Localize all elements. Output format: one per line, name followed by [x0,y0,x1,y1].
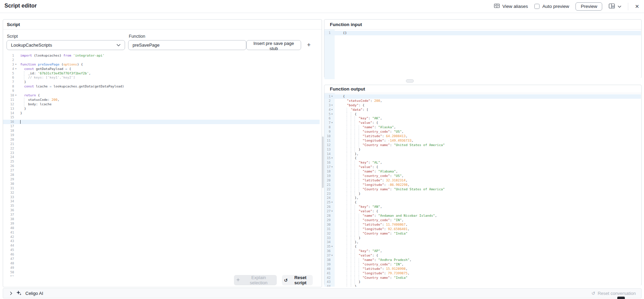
code-line[interactable]: 21"longitude": -86.902298, [324,183,641,187]
script-code-editor[interactable]: 1import {lookupcaches} from 'integrator-… [3,53,320,276]
code-line[interactable]: 3▾"body": { [324,103,641,108]
code-line[interactable]: 23} [324,192,641,196]
code-line[interactable]: 15 [3,115,320,120]
code-line[interactable]: 29"country_code": "IN", [324,218,641,223]
code-line[interactable]: 9"country_code": "US", [324,130,641,134]
code-line[interactable]: 33} [324,236,641,240]
code-line[interactable]: 8const lcache = lookupcaches.getData(get… [3,84,320,89]
fold-toggle-icon[interactable]: ▾ [331,156,333,160]
code-line[interactable]: 12"Country name": "United States of Amer… [324,143,641,147]
preview-button[interactable]: Preview [575,2,602,11]
fold-toggle-icon[interactable]: ▾ [331,253,333,258]
code-line[interactable]: 36"key": "AP", [324,249,641,253]
code-line[interactable]: 27▾"value": { [324,209,641,214]
code-line[interactable]: 32"Country name": "India" [324,231,641,236]
code-line[interactable]: 14} [3,111,320,116]
code-line[interactable]: 48 [3,261,320,266]
code-line[interactable]: 49 [3,266,320,270]
reset-conversation-button[interactable]: ↺ Reset conversation [592,291,641,296]
code-line[interactable]: 7▾"value": { [324,121,641,125]
code-line[interactable]: 9 [3,89,320,93]
function-input[interactable]: preSavePage [128,40,246,50]
pane-resize-handle-horizontal[interactable] [406,79,414,83]
fold-toggle-icon[interactable]: ▾ [331,244,333,249]
code-line[interactable]: 40"latitude": 15.9128998, [324,267,641,271]
code-line[interactable]: 44}, [324,284,641,287]
code-line[interactable]: 16 [3,120,320,124]
fold-toggle-icon[interactable]: ▾ [331,200,333,205]
code-line[interactable]: 30 [3,182,320,186]
code-line[interactable]: 4▾const getDataPayload = { [3,67,320,71]
code-line[interactable]: 39"country_code": "IN", [324,262,641,267]
code-line[interactable]: 18 [3,129,320,133]
code-line[interactable]: 13} [324,147,641,152]
code-line[interactable]: 35 [3,204,320,208]
code-line[interactable]: 19 [3,133,320,137]
layout-toggle[interactable] [609,3,621,10]
code-line[interactable]: 24 [3,155,320,159]
fold-toggle-icon[interactable]: ▾ [331,112,333,117]
chevron-right-icon[interactable] [10,290,12,297]
code-line[interactable]: 28 [3,173,320,177]
pane-resize-handle-vertical[interactable] [322,136,324,188]
code-line[interactable]: 2"statusCode": 200, [324,99,641,103]
code-line[interactable]: 12body: lcache [3,102,320,107]
code-line[interactable]: 17 [3,124,320,129]
code-line[interactable]: 34 [3,199,320,204]
code-line[interactable]: 25▾{ [324,200,641,205]
fold-toggle-icon[interactable]: ▾ [331,209,333,214]
code-line[interactable]: 28"name": "Andaman and Nicobar Islands", [324,214,641,218]
explain-selection-button[interactable]: Explain selection [234,275,277,285]
script-select[interactable]: LookupCacheScripts [7,40,125,50]
code-line[interactable]: 43 [3,239,320,243]
code-line[interactable]: 16"key": "AL", [324,160,641,165]
code-line[interactable]: 40 [3,226,320,230]
code-line[interactable]: 24}, [324,196,641,200]
code-line[interactable]: 11statusCode: 200, [3,98,320,102]
code-line[interactable]: 6// keys: ['key1','key2'] [3,75,320,80]
code-line[interactable]: 5_id: '67b31cf3e45b776f3f1bef2b', [3,71,320,76]
code-line[interactable]: 10"latitude": 64.2008413, [324,134,641,139]
code-line[interactable]: 1import {lookupcaches} from 'integrator-… [3,53,320,58]
code-line[interactable]: 1▾{ [324,94,641,99]
fold-toggle-icon[interactable]: ▾ [331,165,333,169]
code-line[interactable]: 31"longitude": 92.6586401, [324,227,641,231]
code-line[interactable]: 38 [3,217,320,222]
code-line[interactable]: 17▾"value": { [324,165,641,169]
chat-widget-peek[interactable] [617,297,625,299]
code-line[interactable]: 44 [3,243,320,248]
code-line[interactable]: 27 [3,168,320,173]
code-line[interactable]: 22"Country name": "United States of Amer… [324,187,641,192]
code-line[interactable]: 38"name": "Andhra Pradesh", [324,258,641,262]
code-line[interactable]: 23 [3,151,320,155]
code-line[interactable]: 2 [3,58,320,62]
code-line[interactable]: 1{} [324,31,641,35]
close-icon[interactable]: ✕ [635,3,639,10]
add-script-icon[interactable]: + [304,40,314,50]
code-line[interactable]: 20"latitude": 32.3182314, [324,178,641,183]
code-line[interactable]: 39 [3,222,320,226]
code-line[interactable]: 50 [3,270,320,275]
code-line[interactable]: 41"longitude": 79.7399875, [324,271,641,276]
code-line[interactable]: 37▾"value": { [324,253,641,258]
fold-toggle-icon[interactable]: ▾ [331,94,333,99]
code-line[interactable]: 29 [3,177,320,182]
auto-preview-toggle[interactable]: Auto preview [534,4,569,9]
code-line[interactable]: 35▾{ [324,244,641,249]
fold-toggle-icon[interactable]: ▾ [15,93,17,98]
code-line[interactable]: 45 [3,248,320,252]
code-line[interactable]: 33 [3,195,320,200]
code-line[interactable]: 46 [3,252,320,257]
code-line[interactable]: 26 [3,164,320,168]
code-line[interactable]: 10▾return { [3,93,320,98]
fold-toggle-icon[interactable]: ▾ [15,62,17,67]
code-line[interactable]: 15▾{ [324,156,641,160]
code-line[interactable]: 22 [3,146,320,151]
fold-toggle-icon[interactable]: ▾ [331,121,333,125]
code-line[interactable]: 13} [3,107,320,111]
reset-script-button[interactable]: ↺ Reset script [282,275,313,285]
function-input-editor[interactable]: 1{} [324,29,641,79]
function-output-editor[interactable]: 1▾{2"statusCode": 200,3▾"body": {4▾"data… [324,93,641,287]
code-line[interactable]: 19"country_code": "US", [324,174,641,178]
code-line[interactable]: 37 [3,213,320,217]
